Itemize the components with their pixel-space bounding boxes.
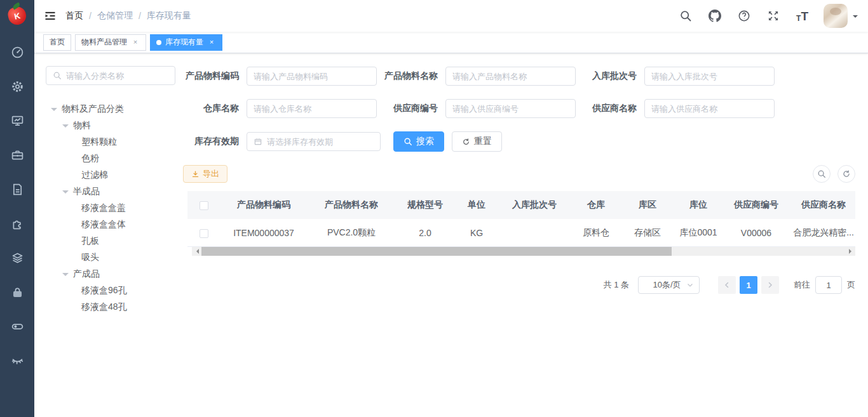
user-menu[interactable] (824, 4, 858, 28)
table-cell: ITEM00000037 (220, 228, 307, 238)
monitor-chart-icon[interactable] (11, 114, 24, 128)
puzzle-icon[interactable] (11, 217, 24, 230)
export-button[interactable]: 导出 (183, 165, 227, 183)
tree-node-孔板[interactable]: 孔板 (46, 233, 175, 249)
tree-node-产成品[interactable]: 产成品 (46, 266, 175, 282)
column-header-仓库: 仓库 (570, 199, 622, 211)
prev-page-button[interactable] (718, 276, 736, 294)
toggle-icon[interactable] (11, 320, 24, 333)
hamburger-icon[interactable] (44, 10, 57, 22)
refresh-table-button[interactable] (837, 165, 855, 183)
close-icon[interactable]: × (131, 38, 140, 47)
search-icon (817, 169, 826, 178)
tab-label: 首页 (50, 37, 65, 48)
text-field (445, 67, 576, 86)
caret-down-icon (853, 15, 858, 20)
page-number-1[interactable]: 1 (740, 276, 757, 294)
goto-page: 前往 页 (794, 276, 855, 294)
tree-node-移液盒盒体[interactable]: 移液盒盒体 (46, 216, 175, 233)
tree-node-移液盒48孔[interactable]: 移液盒48孔 (46, 299, 175, 315)
header-search-icon[interactable] (679, 10, 692, 22)
tree-search-box (46, 66, 175, 85)
filter-input-供应商编号[interactable] (452, 104, 569, 114)
tree-node-色粉[interactable]: 色粉 (46, 150, 175, 167)
toggle-search-button[interactable] (813, 165, 831, 183)
tree-node-label: 物料及产品分类 (62, 103, 124, 115)
filter-item: 供应商编号 (382, 99, 576, 118)
expand-caret-icon[interactable] (51, 108, 57, 114)
tree-node-塑料颗粒[interactable]: 塑料颗粒 (46, 134, 175, 150)
briefcase-icon[interactable] (11, 149, 24, 162)
tree-node-物料及产品分类[interactable]: 物料及产品分类 (46, 101, 175, 117)
dashboard-icon[interactable] (11, 46, 24, 59)
column-header-产品物料名称: 产品物料名称 (307, 199, 396, 211)
layers-icon[interactable] (11, 251, 24, 265)
filter-item: 入库批次号 (581, 67, 775, 86)
sidebar-menu (11, 46, 24, 367)
settings-icon[interactable] (11, 80, 24, 93)
breadcrumb-item: 库存现有量 (147, 10, 191, 22)
filter-input-产品物料名称[interactable] (452, 72, 569, 81)
expand-caret-icon[interactable] (62, 124, 69, 131)
avatar[interactable] (824, 4, 848, 28)
filter-label: 仓库名称 (183, 103, 247, 114)
work-area: 产品物料编码产品物料名称入库批次号仓库名称供应商编号供应商名称库存有效期搜索重置… (182, 53, 868, 417)
github-icon[interactable] (709, 10, 721, 22)
filter-input-入库批次号[interactable] (651, 72, 768, 81)
tree-node-物料[interactable]: 物料 (46, 117, 175, 134)
document-icon[interactable] (11, 183, 24, 196)
breadcrumb-item[interactable]: 首页 (65, 10, 83, 22)
help-icon[interactable] (738, 10, 750, 22)
filter-input-产品物料编码[interactable] (254, 72, 370, 81)
row-checkbox[interactable] (200, 229, 208, 238)
tab-首页[interactable]: 首页 (43, 34, 71, 51)
tree-node-吸头[interactable]: 吸头 (46, 249, 175, 266)
tree-node-label: 移液盒盒体 (81, 219, 126, 230)
pagination: 共 1 条 10条/页 1 前往 页 (183, 276, 855, 294)
goto-page-input[interactable] (815, 276, 842, 294)
table-cell: 合肥龙兴精密... (789, 227, 858, 239)
scroll-right-button[interactable] (846, 247, 855, 256)
chevron-down-icon (686, 281, 694, 289)
scrollbar-thumb[interactable] (201, 247, 672, 256)
tree-node-label: 塑料颗粒 (81, 136, 117, 148)
horizontal-scrollbar[interactable] (192, 247, 855, 256)
select-all-checkbox[interactable] (200, 201, 208, 210)
scrollbar-track[interactable] (201, 247, 846, 256)
next-page-button[interactable] (761, 276, 779, 294)
tab-库存现有量[interactable]: 库存现有量× (150, 34, 222, 51)
table-cell: 2.0 (396, 228, 454, 238)
tree-node-label: 产成品 (73, 268, 100, 280)
app-logo[interactable]: K (0, 0, 34, 32)
expand-caret-icon[interactable] (62, 273, 69, 279)
filter-input-库存有效期[interactable] (267, 137, 374, 147)
tree-node-半成品[interactable]: 半成品 (46, 183, 175, 200)
page-size-select[interactable]: 10条/页 (638, 276, 700, 294)
header-checkbox-cell (187, 200, 220, 210)
filter-input-仓库名称[interactable] (254, 104, 370, 114)
filter-input-供应商名称[interactable] (651, 104, 768, 114)
font-size-icon[interactable]: TT (796, 10, 808, 22)
tree-node-过滤棉[interactable]: 过滤棉 (46, 167, 175, 183)
fullscreen-icon[interactable] (767, 10, 780, 22)
search-button[interactable]: 搜索 (393, 131, 444, 152)
scroll-left-button[interactable] (192, 247, 201, 256)
tree-node-移液盒96孔[interactable]: 移液盒96孔 (46, 282, 175, 299)
eye-closed-icon[interactable] (11, 354, 24, 367)
table-tools (813, 165, 855, 183)
column-header-库位: 库位 (673, 199, 724, 211)
lock-icon[interactable] (11, 286, 24, 299)
table-row[interactable]: ITEM00000037PVC2.0颗粒2.0KG原料仓存储区库位0001V00… (187, 219, 855, 247)
pagination-total: 共 1 条 (604, 279, 629, 291)
tree-node-移液盒盒盖[interactable]: 移液盒盒盖 (46, 200, 175, 216)
expand-caret-icon[interactable] (62, 190, 69, 197)
close-icon[interactable]: × (207, 38, 216, 47)
collapsed-sidebar: K (0, 0, 34, 417)
inventory-table: 产品物料编码产品物料名称规格型号单位入库批次号仓库库区库位供应商编号供应商名称 … (187, 191, 855, 256)
date-range-field (247, 132, 381, 151)
reset-button[interactable]: 重置 (452, 131, 502, 152)
refresh-icon (842, 169, 851, 178)
breadcrumb: 首页/仓储管理/库存现有量 (65, 10, 191, 22)
tab-物料产品管理[interactable]: 物料产品管理× (75, 34, 146, 51)
tree-search-input[interactable] (66, 71, 168, 81)
